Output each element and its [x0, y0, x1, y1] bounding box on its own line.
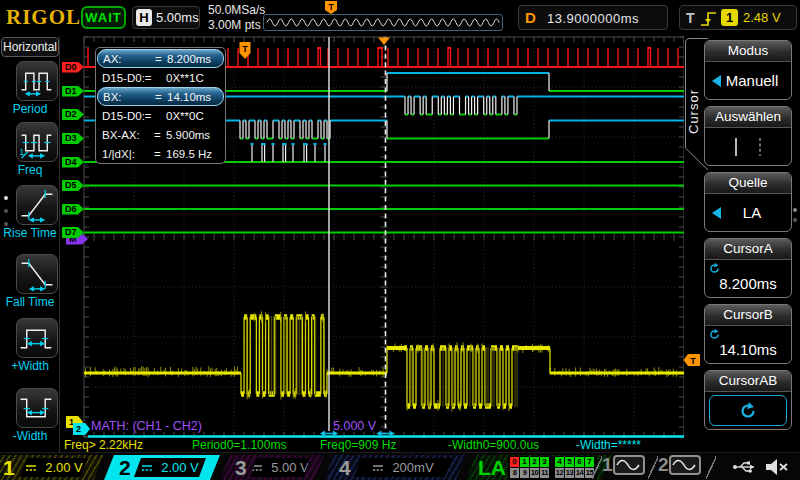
trigger-status-box[interactable]: T 1 2.48 V — [679, 5, 797, 30]
menu-value-cursor-a[interactable]: 8.200ms — [705, 260, 791, 297]
readout-value: 0X**0C — [166, 110, 204, 122]
sample-rate: 50.0MSa/s — [208, 3, 265, 18]
menu-group-quelle[interactable]: Quelle LA — [704, 172, 792, 232]
memory-waveform-icon — [264, 15, 502, 30]
measurement-item: Period0=1.100ms — [192, 438, 286, 452]
menu-value-modus[interactable]: Manuell — [705, 62, 791, 99]
readout-equals: = — [154, 148, 166, 160]
trigger-slope-rising-icon — [700, 10, 718, 28]
menu-value-cursor-ab[interactable] — [705, 392, 791, 429]
generator-2-number: 2 — [658, 454, 669, 476]
measurement-item: Freq> 2.22kHz — [64, 438, 143, 452]
readout-value: 5.900ms — [166, 129, 210, 141]
readout-label: D15-D0:= — [102, 72, 154, 84]
generator-2-waveform-icon[interactable] — [669, 455, 701, 475]
fall-time-icon — [17, 255, 57, 293]
channel-volts-per-div: 5.00 V — [271, 460, 309, 475]
menu-group-cursor-ab[interactable]: CursorAB — [704, 370, 792, 430]
period-icon — [17, 62, 57, 100]
math-expression-label: MATH: (CH1 - CH2) — [91, 419, 202, 433]
menu-tab-cursor[interactable]: Cursor — [686, 66, 706, 156]
menu-header-cursor-a: CursorA — [705, 239, 791, 260]
separator-slant — [706, 455, 716, 480]
select-left-arrow-icon — [712, 75, 721, 87]
channel-volts-per-div: 2.00 V — [45, 460, 83, 475]
cursor-readout-row: BX:=14.10ms — [97, 87, 224, 106]
sidebar-label-neg-width: -Width — [0, 429, 60, 443]
cursor-ab-knob-button[interactable] — [709, 395, 787, 426]
readout-label: BX-AX: — [102, 129, 154, 141]
trigger-source-badge: 1 — [721, 9, 738, 26]
digital-channel-badge-d2: 2 — [530, 457, 539, 467]
menu-group-cursor-b[interactable]: CursorB 14.10ms — [704, 304, 792, 364]
channel-number: 1 — [3, 455, 15, 480]
channel-1-status[interactable]: 1 2.00 V — [0, 455, 104, 480]
menu-header-cursor-ab: CursorAB — [705, 371, 791, 392]
sidebar-page-dot — [4, 222, 8, 226]
generator-1-number: 1 — [602, 454, 613, 476]
timebase-value: 5.00ms — [156, 10, 199, 25]
digital-channel-badge-d6: 6 — [575, 457, 584, 467]
cursor-menu-panel: Cursor Modus ManuellAuswählen Quelle LAC… — [684, 36, 800, 452]
digital-channel-badge-d1: 1 — [520, 457, 529, 467]
rotate-knob-small — [708, 261, 721, 278]
delay-value: 13.9000000ms — [519, 11, 667, 26]
channel-status-bar: 1 2.00 V2 2.00 V3 5.00 V4 200mVLA0123456… — [0, 452, 800, 480]
sidebar-button-fall-time[interactable] — [16, 254, 58, 294]
readout-value: 14.10ms — [167, 91, 211, 103]
digital-channel-badge-d0: 0 — [510, 457, 519, 467]
sidebar-button-pos-width[interactable] — [16, 318, 58, 358]
channel-4-status[interactable]: 4 200mV — [324, 455, 466, 480]
horizontal-timebase-box[interactable]: H 5.00ms — [132, 6, 200, 29]
digital-channel-badge-d9: 9 — [520, 468, 529, 478]
menu-value-text: 8.200ms — [719, 275, 777, 292]
freq-icon: 1 — [17, 123, 57, 161]
dc-coupling-icon — [372, 463, 384, 473]
measurement-item: -Width=***** — [576, 438, 641, 452]
logic-analyzer-status[interactable]: LA0123456789101112131415 — [466, 455, 612, 480]
channel-2-status[interactable]: 2 2.00 V — [104, 455, 220, 480]
pos-width-icon — [17, 319, 57, 357]
readout-value: 8.200ms — [167, 53, 211, 65]
channel-scale-value: 5.00 V — [250, 458, 310, 477]
memory-depth: 3.00M pts — [208, 18, 265, 33]
menu-value-cursor-b[interactable]: 14.10ms — [705, 326, 791, 363]
svg-text:T: T — [328, 2, 334, 12]
digital-channel-badge-d13: 13 — [565, 468, 574, 478]
cursor-readout-row: D15-D0:=0X**0C — [97, 106, 224, 125]
sidebar-button-period[interactable] — [16, 61, 58, 101]
menu-group-cursor-a[interactable]: CursorA 8.200ms — [704, 238, 792, 298]
trigger-delay-box[interactable]: D 13.9000000ms — [518, 5, 668, 30]
menu-value-auswaehlen[interactable] — [705, 128, 791, 165]
horizontal-position-bar[interactable] — [263, 14, 503, 31]
sidebar-button-rise-time[interactable] — [16, 185, 58, 225]
svg-text:1: 1 — [20, 148, 25, 157]
channel-number: 2 — [119, 455, 131, 480]
menu-value-text: Manuell — [726, 72, 779, 89]
channel-number: 3 — [235, 455, 247, 480]
menu-value-text: LA — [743, 204, 761, 221]
dc-coupling-icon — [251, 463, 263, 473]
menu-group-modus[interactable]: Modus Manuell — [704, 40, 792, 100]
usb-icon — [732, 457, 758, 477]
trigger-position-flag-topbar: T — [319, 1, 343, 15]
digital-channel-badge-d3: 3 — [540, 457, 549, 467]
sidebar-button-freq[interactable]: 1 — [16, 122, 58, 162]
sidebar-label-period: Period — [0, 102, 60, 116]
readout-value: 169.5 Hz — [166, 148, 212, 160]
channel-3-status[interactable]: 3 5.00 V — [220, 455, 324, 480]
status-icons — [732, 457, 800, 477]
cursor-readout-row: D15-D0:=0X**1C — [97, 68, 224, 87]
speaker-muted-icon — [764, 457, 790, 477]
generator-1-waveform-icon[interactable] — [613, 455, 645, 475]
trigger-level-marker[interactable]: T — [683, 353, 703, 367]
rotate-knob-icon — [708, 328, 721, 341]
la-label: LA — [478, 456, 506, 480]
readout-label: AX: — [103, 53, 155, 65]
sidebar-button-neg-width[interactable] — [16, 388, 58, 428]
menu-value-quelle[interactable]: LA — [705, 194, 791, 231]
digital-channel-badge-d10: 10 — [530, 468, 539, 478]
svg-text:T: T — [242, 44, 248, 54]
sidebar-page-dot — [4, 209, 8, 213]
menu-group-auswaehlen[interactable]: Auswählen — [704, 106, 792, 166]
